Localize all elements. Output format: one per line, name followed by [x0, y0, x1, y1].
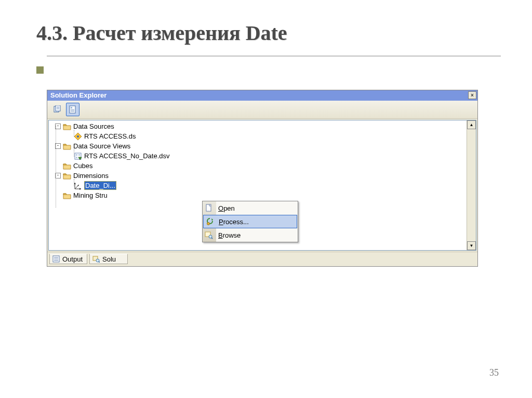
context-menu-item-browse[interactable]: Browse [203, 228, 298, 242]
open-icon [204, 203, 214, 213]
tree-label: RTS ACCESS_No_Date.dsv [84, 152, 170, 160]
tree-guide [74, 179, 74, 186]
context-menu-label: Open [218, 204, 235, 212]
folder-icon [63, 162, 71, 170]
solution-explorer-icon [92, 255, 100, 263]
context-menu-item-process[interactable]: Process... [203, 215, 297, 228]
folder-icon [63, 122, 71, 131]
tree-node-mining[interactable]: Mining Stru [51, 190, 466, 200]
svg-point-15 [207, 223, 210, 225]
tree: - Data Sources RTS ACCESS.ds - Da [49, 120, 466, 200]
tree-node-dimensions[interactable]: - Dimensions [51, 171, 466, 181]
svg-point-11 [77, 135, 79, 138]
folder-icon [63, 142, 71, 150]
context-menu-label: Browse [218, 231, 241, 239]
panel-title-text: Solution Explorer [50, 91, 107, 99]
tree-label: Dimensions [73, 172, 109, 180]
tree-area: - Data Sources RTS ACCESS.ds - Da [48, 120, 476, 251]
context-menu: Open Process... Browse [202, 201, 298, 242]
tab-output[interactable]: Output [49, 254, 87, 264]
folder-icon [63, 172, 71, 180]
tree-label: Data Sources [73, 122, 114, 130]
solution-explorer-panel: Solution Explorer × [47, 90, 478, 267]
browse-icon [204, 230, 214, 240]
folder-icon [63, 191, 71, 200]
slide-title: 4.3. Расчет измерения Date [0, 0, 532, 56]
svg-rect-6 [71, 107, 72, 108]
tree-label-selected: Date_Di... [84, 181, 116, 190]
bottom-tabs: Output Solu [47, 252, 477, 266]
tree-node-dsv[interactable]: - Data Source Views [51, 141, 466, 151]
scroll-up-button[interactable]: ▲ [467, 120, 476, 129]
output-icon [52, 255, 60, 263]
scroll-down-button[interactable]: ▼ [467, 241, 476, 250]
tree-label: Cubes [73, 162, 93, 170]
tab-solution-explorer[interactable]: Solu [89, 254, 128, 264]
context-menu-item-open[interactable]: Open [203, 201, 298, 215]
svg-rect-14 [206, 204, 211, 211]
tab-label: Solu [102, 255, 116, 263]
slide-number: 35 [489, 367, 499, 378]
panel-toolbar [47, 101, 477, 119]
tree-label: RTS ACCESS.ds [84, 132, 136, 140]
process-icon [205, 217, 215, 227]
tab-label: Output [62, 255, 83, 263]
tree-label: Mining Stru [73, 191, 108, 199]
dsv-icon [74, 152, 82, 160]
tree-guide [74, 149, 74, 157]
svg-line-18 [211, 238, 212, 239]
show-all-icon-button[interactable] [66, 103, 79, 116]
tree-guide [56, 126, 56, 208]
vertical-scrollbar[interactable]: ▲ ▼ [467, 120, 476, 250]
dimension-icon [74, 182, 82, 190]
panel-close-button[interactable]: × [468, 91, 476, 99]
title-divider [47, 56, 501, 57]
tree-node-cubes[interactable]: Cubes [51, 161, 466, 171]
title-accent-square [36, 66, 44, 74]
tree-node-data-sources-item[interactable]: RTS ACCESS.ds [51, 131, 466, 141]
properties-icon-button[interactable] [50, 103, 64, 116]
context-menu-label: Process... [219, 218, 249, 226]
datasource-icon [74, 132, 82, 141]
tree-node-data-sources[interactable]: - Data Sources [51, 121, 466, 131]
tree-guide [74, 130, 74, 137]
svg-line-25 [99, 262, 100, 263]
tree-label: Data Source Views [73, 142, 130, 150]
tree-node-dimension-date[interactable]: Date_Di... [51, 181, 466, 190]
panel-title-bar: Solution Explorer × [47, 90, 477, 101]
tree-node-dsv-item[interactable]: RTS ACCESS_No_Date.dsv [51, 151, 466, 161]
